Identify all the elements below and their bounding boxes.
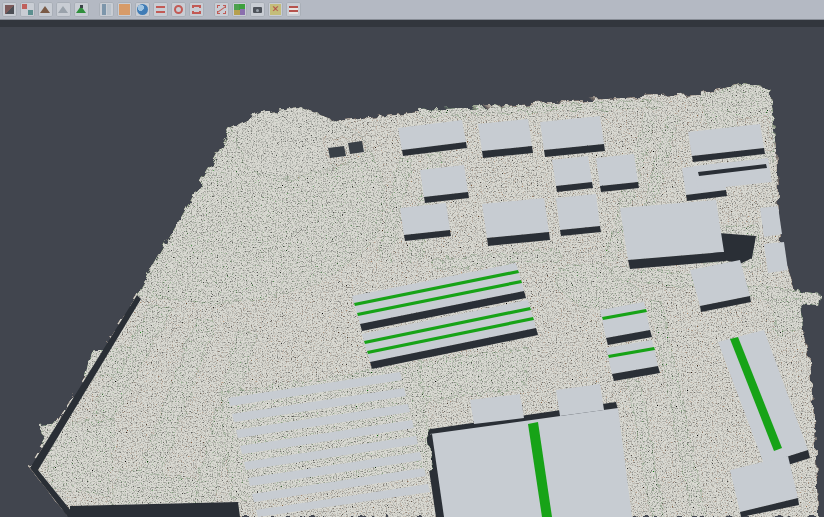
dark-roof-b bbox=[348, 141, 364, 154]
building-b4 bbox=[552, 156, 592, 186]
building-c2 bbox=[420, 165, 468, 197]
side-panel-icon[interactable] bbox=[99, 2, 114, 17]
vegetation-blob-bottomleft bbox=[40, 418, 115, 495]
zoom-extent-icon[interactable] bbox=[189, 2, 204, 17]
building-b5 bbox=[596, 154, 638, 186]
measurement-bars-icon[interactable] bbox=[286, 2, 301, 17]
application-window bbox=[0, 0, 824, 517]
point-cloud-scene[interactable] bbox=[0, 20, 824, 517]
building-b1 bbox=[478, 119, 532, 151]
clip-box-icon[interactable] bbox=[214, 2, 229, 17]
dark-roof-a bbox=[328, 146, 346, 158]
building-square-big bbox=[620, 200, 724, 260]
building-b7 bbox=[556, 194, 600, 230]
snapshot-camera-icon[interactable] bbox=[250, 2, 265, 17]
pan-tool-icon[interactable] bbox=[20, 2, 35, 17]
orthophoto-icon[interactable] bbox=[117, 2, 132, 17]
profile-lines-icon[interactable] bbox=[153, 2, 168, 17]
dtm-terrain-icon[interactable] bbox=[56, 2, 71, 17]
building-b6 bbox=[482, 198, 549, 238]
globe-3d-icon[interactable] bbox=[135, 2, 150, 17]
vegetation-right-mid bbox=[772, 297, 804, 334]
add-data-icon[interactable] bbox=[2, 2, 17, 17]
building-f2 bbox=[764, 242, 788, 273]
viewport-3d[interactable] bbox=[0, 20, 824, 517]
building-c3 bbox=[400, 203, 450, 235]
viewport-top-strip bbox=[0, 20, 824, 27]
target-circle-icon[interactable] bbox=[171, 2, 186, 17]
main-toolbar bbox=[0, 0, 824, 20]
vegetation-terrain-icon[interactable] bbox=[74, 2, 89, 17]
classification-colors-icon[interactable] bbox=[232, 2, 247, 17]
dsm-terrain-icon[interactable] bbox=[38, 2, 53, 17]
building-b2 bbox=[540, 116, 604, 150]
accuracy-check-icon[interactable] bbox=[268, 2, 283, 17]
